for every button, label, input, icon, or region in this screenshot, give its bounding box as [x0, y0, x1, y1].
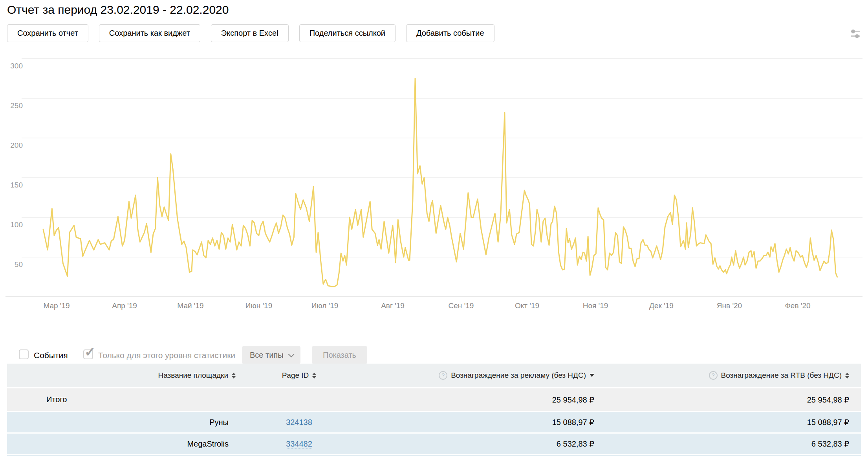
event-type-dropdown[interactable]: Все типы [242, 346, 300, 364]
show-button[interactable]: Показать [312, 346, 367, 364]
column-header[interactable]: Page ID [236, 371, 363, 380]
x-axis-tick-label: Сен '19 [449, 302, 474, 310]
x-axis-tick-label: Окт '19 [515, 302, 539, 310]
rtb-reward-cell: 6 532,83 ₽ [602, 439, 861, 449]
page-id-link[interactable]: 324138 [286, 418, 312, 427]
help-question-icon[interactable]: ? [709, 371, 718, 380]
help-question-icon[interactable]: ? [439, 371, 447, 380]
column-header-label: Вознаграждение за RTB (без НДС) [721, 371, 842, 380]
page-id-link[interactable]: 334482 [286, 439, 312, 449]
site-name-cell: Итого [7, 395, 236, 404]
x-axis-tick-label: Авг '19 [381, 302, 405, 310]
report-line-chart[interactable] [0, 0, 868, 314]
checkmark-icon: ✓ [84, 344, 96, 360]
chart-filters-row: События ✓ Только для этого уровня статис… [0, 346, 868, 364]
event-type-dropdown-value: Все типы [250, 351, 284, 360]
column-header-label: Вознаграждение за рекламу (без НДС) [451, 371, 586, 380]
ad-reward-cell: 6 532,83 ₽ [363, 439, 602, 449]
table-row: MegaStrolis3344826 532,83 ₽6 532,83 ₽ [7, 434, 861, 454]
column-header-label: Page ID [282, 371, 309, 380]
rtb-reward-cell: 25 954,98 ₽ [602, 395, 861, 405]
x-axis-tick-label: Ноя '19 [583, 302, 608, 310]
x-axis-tick-label: Июн '19 [245, 302, 272, 310]
x-axis-tick-label: Апр '19 [112, 302, 137, 310]
ad-reward-cell: 15 088,97 ₽ [363, 417, 602, 427]
x-axis-tick-label: Янв '20 [717, 302, 742, 310]
series-line [43, 79, 837, 287]
report-page: Отчет за период 23.02.2019 - 22.02.2020 … [0, 0, 868, 456]
x-axis-tick-label: Фев '20 [785, 302, 810, 310]
y-axis-tick-label: 150 [4, 181, 23, 189]
site-name-cell: MegaStrolis [7, 439, 236, 449]
site-name-cell: Руны [7, 418, 236, 427]
table-body: Итого25 954,98 ₽25 954,98 ₽Руны32413815 … [7, 388, 861, 454]
y-axis-tick-label: 250 [4, 101, 23, 110]
y-axis-tick-label: 300 [4, 62, 23, 70]
table-header-row: Название площадкиPage ID?Вознаграждение … [7, 364, 861, 387]
sort-desc-icon [590, 374, 594, 377]
column-header[interactable]: Название площадки [7, 371, 236, 380]
x-axis-tick-label: Июл '19 [311, 302, 339, 310]
column-header-label: Название площадки [158, 371, 228, 380]
y-axis-tick-label: 100 [4, 221, 23, 229]
x-axis-tick-label: Мар '19 [43, 302, 70, 310]
rtb-reward-cell: 15 088,97 ₽ [602, 417, 861, 427]
sort-icon [845, 373, 849, 379]
sort-icon [312, 373, 316, 379]
events-checkbox[interactable] [19, 349, 29, 359]
only-this-level-checkbox[interactable]: ✓ [83, 349, 93, 359]
column-header[interactable]: ?Вознаграждение за RTB (без НДС) [602, 371, 861, 380]
table-row: Руны32413815 088,97 ₽15 088,97 ₽ [7, 412, 861, 432]
sort-icon [232, 373, 236, 379]
table-row: Итого25 954,98 ₽25 954,98 ₽ [7, 388, 861, 411]
chevron-down-icon [288, 351, 294, 357]
y-axis-tick-label: 200 [4, 141, 23, 150]
page-id-cell: 324138 [236, 418, 363, 427]
x-axis-tick-label: Май '19 [177, 302, 203, 310]
platforms-table: Название площадкиPage ID?Вознаграждение … [7, 364, 861, 456]
x-axis-tick-label: Дек '19 [649, 302, 674, 310]
page-id-cell: 334482 [236, 439, 363, 449]
y-axis-tick-label: 50 [4, 260, 23, 269]
only-this-level-label[interactable]: Только для этого уровня статистики [98, 351, 235, 360]
column-header[interactable]: ?Вознаграждение за рекламу (без НДС) [363, 371, 602, 380]
events-checkbox-label[interactable]: События [34, 351, 68, 360]
ad-reward-cell: 25 954,98 ₽ [363, 395, 602, 405]
